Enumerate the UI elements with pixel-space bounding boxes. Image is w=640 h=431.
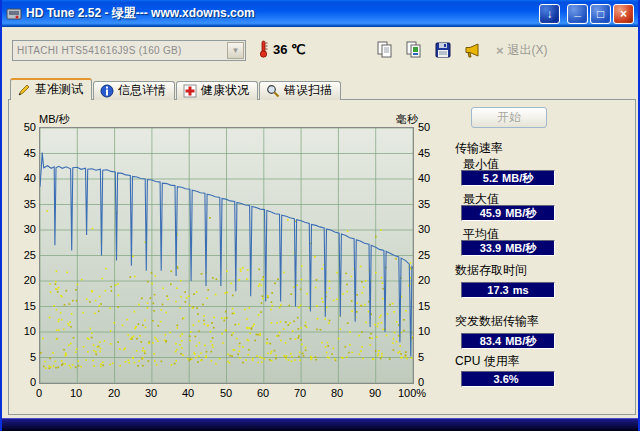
download-button[interactable]: ↓ bbox=[539, 4, 560, 24]
maximize-button[interactable]: □ bbox=[590, 4, 611, 24]
x-tick-label: 80 bbox=[317, 387, 357, 399]
y-tick-label-left: 35 bbox=[9, 198, 36, 210]
y-tick-label-left: 5 bbox=[9, 351, 36, 363]
y-tick-label-right: 35 bbox=[418, 198, 448, 210]
copy-image-icon bbox=[405, 41, 423, 59]
window-controls: ↓ _ □ × bbox=[539, 4, 634, 24]
access-time-value-box: 17.3 ms bbox=[461, 282, 555, 298]
burst-rate-label: 突发数据传输率 bbox=[455, 313, 539, 330]
tab-health-label: 健康状况 bbox=[201, 82, 249, 99]
right-axis-title: 毫秒 bbox=[339, 112, 418, 127]
pencil-icon bbox=[17, 83, 31, 97]
tab-benchmark-label: 基准测试 bbox=[35, 81, 83, 98]
y-tick-label-left: 20 bbox=[9, 274, 36, 286]
max-value-box: 45.9 MB/秒 bbox=[461, 205, 555, 221]
x-tick-label: 0 bbox=[19, 387, 59, 399]
burst-rate-value: 83.4 bbox=[480, 335, 501, 347]
access-time-value: 17.3 bbox=[487, 284, 508, 296]
y-tick-label-left: 15 bbox=[9, 300, 36, 312]
temperature-value: 36 ℃ bbox=[273, 42, 306, 57]
tab-info[interactable]: 信息详情 bbox=[93, 81, 175, 100]
avg-value: 33.9 bbox=[480, 242, 501, 254]
thermometer-icon bbox=[258, 40, 269, 58]
copy-screenshot-button[interactable] bbox=[401, 37, 427, 62]
drive-select[interactable]: HITACHI HTS541616J9S (160 GB) ▼ bbox=[12, 40, 246, 61]
red-cross-icon bbox=[183, 84, 197, 98]
download-icon: ↓ bbox=[547, 7, 553, 21]
exit-button[interactable]: × 退出(X) bbox=[496, 42, 548, 59]
tab-error-scan[interactable]: 错误扫描 bbox=[259, 81, 341, 100]
exit-label: 退出(X) bbox=[508, 42, 548, 59]
avg-unit: MB/秒 bbox=[505, 241, 536, 256]
y-tick-label-left: 10 bbox=[9, 325, 36, 337]
drive-select-value: HITACHI HTS541616J9S (160 GB) bbox=[13, 45, 227, 56]
horn-icon bbox=[463, 41, 481, 59]
app-icon bbox=[6, 6, 22, 22]
y-tick-label-left: 30 bbox=[9, 223, 36, 235]
window-bottom-border bbox=[2, 418, 638, 431]
save-screenshot-button[interactable] bbox=[430, 37, 456, 62]
max-value: 45.9 bbox=[480, 207, 501, 219]
title-bar: HD Tune 2.52 - 绿盟--- www.xdowns.com ↓ _ … bbox=[2, 0, 638, 27]
access-time-label: 数据存取时间 bbox=[455, 262, 527, 279]
temperature-indicator: 36 ℃ bbox=[258, 40, 306, 58]
toolbar: HITACHI HTS541616J9S (160 GB) ▼ 36 ℃ bbox=[2, 27, 638, 77]
window-title: HD Tune 2.52 - 绿盟--- www.xdowns.com bbox=[26, 5, 539, 22]
close-icon: × bbox=[620, 7, 627, 21]
copy-pages-icon bbox=[376, 41, 394, 59]
tab-bar: 基准测试 信息详情 健康状况 错误扫描 bbox=[10, 78, 341, 100]
x-tick-label: 30 bbox=[131, 387, 171, 399]
access-time-unit: ms bbox=[513, 284, 529, 296]
y-tick-label-right: 25 bbox=[418, 249, 448, 261]
y-tick-label-left: 25 bbox=[9, 249, 36, 261]
y-tick-label-right: 20 bbox=[418, 274, 448, 286]
tab-health[interactable]: 健康状况 bbox=[176, 81, 258, 100]
x-tick-label: 90 bbox=[355, 387, 395, 399]
y-tick-label-right: 45 bbox=[418, 147, 448, 159]
y-tick-label-left: 45 bbox=[9, 147, 36, 159]
close-button[interactable]: × bbox=[613, 4, 634, 24]
y-tick-label-right: 15 bbox=[418, 300, 448, 312]
maximize-icon: □ bbox=[597, 7, 604, 21]
cpu-usage-value: 3.6% bbox=[493, 373, 518, 385]
y-tick-label-right: 50 bbox=[418, 121, 448, 133]
benchmark-plot bbox=[39, 127, 414, 384]
y-tick-label-right: 10 bbox=[418, 325, 448, 337]
tool-buttons bbox=[372, 37, 485, 62]
y-tick-label-right: 40 bbox=[418, 172, 448, 184]
transfer-rate-group-label: 传输速率 bbox=[455, 140, 503, 157]
x-tick-label: 20 bbox=[94, 387, 134, 399]
left-axis-title: MB/秒 bbox=[39, 112, 70, 127]
info-icon bbox=[100, 84, 114, 98]
app-window: HD Tune 2.52 - 绿盟--- www.xdowns.com ↓ _ … bbox=[0, 0, 640, 431]
start-button[interactable]: 开始 bbox=[471, 107, 547, 128]
benchmark-panel: MB/秒 毫秒 50504545404035353030252520201515… bbox=[8, 99, 636, 415]
y-tick-label-left: 50 bbox=[9, 121, 36, 133]
copy-info-button[interactable] bbox=[372, 37, 398, 62]
magnifier-icon bbox=[266, 84, 280, 98]
tab-benchmark[interactable]: 基准测试 bbox=[10, 78, 92, 100]
tab-error-scan-label: 错误扫描 bbox=[284, 82, 332, 99]
avg-value-box: 33.9 MB/秒 bbox=[461, 240, 555, 256]
min-value: 5.2 bbox=[483, 172, 498, 184]
burst-rate-unit: MB/秒 bbox=[505, 334, 536, 349]
minimize-button[interactable]: _ bbox=[567, 4, 588, 24]
y-tick-label-right: 0 bbox=[418, 376, 448, 388]
y-tick-label-right: 30 bbox=[418, 223, 448, 235]
cpu-usage-label: CPU 使用率 bbox=[455, 353, 520, 370]
min-unit: MB/秒 bbox=[502, 171, 533, 186]
minimize-icon: _ bbox=[574, 2, 581, 20]
y-tick-label-left: 40 bbox=[9, 172, 36, 184]
x-tick-label: 70 bbox=[280, 387, 320, 399]
exit-x-icon: × bbox=[496, 43, 504, 58]
burst-rate-value-box: 83.4 MB/秒 bbox=[461, 333, 555, 349]
y-tick-label-right: 5 bbox=[418, 351, 448, 363]
x-tick-label: 50 bbox=[206, 387, 246, 399]
y-tick-label-left: 0 bbox=[9, 376, 36, 388]
cpu-usage-value-box: 3.6% bbox=[461, 371, 555, 387]
announce-button[interactable] bbox=[459, 37, 485, 62]
benchmark-chart bbox=[40, 128, 413, 383]
chevron-down-icon[interactable]: ▼ bbox=[227, 42, 244, 59]
max-unit: MB/秒 bbox=[505, 206, 536, 221]
x-tick-label: 100% bbox=[392, 387, 432, 399]
